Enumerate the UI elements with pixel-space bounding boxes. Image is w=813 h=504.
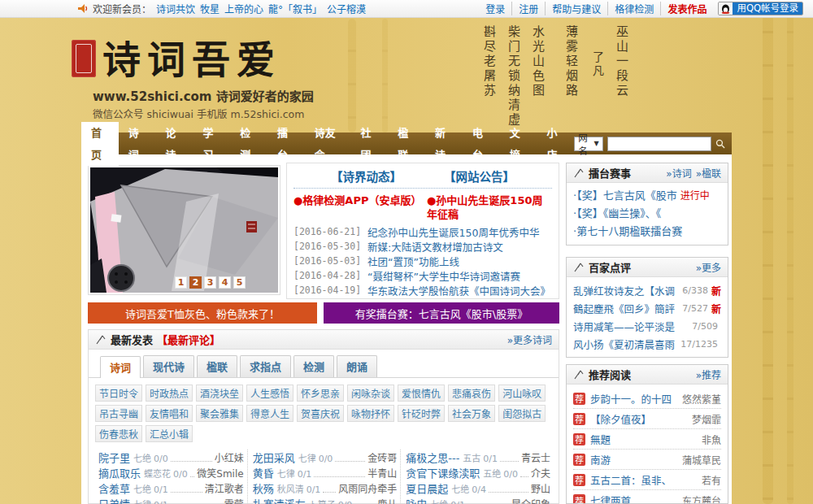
nav-item-digest[interactable]: 文摘 xyxy=(500,122,537,166)
site-logo[interactable]: 诗词吾爱 xyxy=(102,28,281,85)
nav-item-radio[interactable]: 电台 xyxy=(463,122,500,166)
category-tag[interactable]: 节日时令 xyxy=(95,385,142,402)
new-member-link[interactable]: 龍°「叙书」 xyxy=(268,2,322,15)
featured-announcement-link[interactable]: ●孙中山先生诞辰150周年征稿 xyxy=(427,193,552,221)
recommend-author-link[interactable]: 悠然紫堇 xyxy=(682,392,721,406)
news-title-link[interactable]: 华东政法大学殷怡航获《中国诗词大会》 xyxy=(367,283,550,298)
category-tag[interactable]: 爱恨情仇 xyxy=(398,385,445,402)
nav-item-clubs[interactable]: 社团 xyxy=(350,122,388,166)
poem-author-link[interactable]: 介夫 xyxy=(531,466,550,480)
recommend-author-link[interactable]: 若有 xyxy=(702,473,721,487)
category-tag[interactable]: 怀乡思亲 xyxy=(297,385,344,402)
poem-title-link[interactable]: 院子里 xyxy=(98,450,130,465)
metre-check-link[interactable]: 格律检测 xyxy=(608,2,661,15)
news-title-link[interactable]: 社团“置顶”功能上线 xyxy=(367,254,459,268)
poem-title-link[interactable]: 秋殇 xyxy=(253,480,274,496)
tab-poetry[interactable]: 诗词 xyxy=(100,356,141,378)
category-tag[interactable]: 闲咏杂谈 xyxy=(347,385,394,402)
category-tag[interactable]: 时政热点 xyxy=(146,385,193,402)
nav-item-discuss[interactable]: 论诗 xyxy=(156,122,193,166)
featured-announcement-link[interactable]: ●格律检测APP（安卓版） xyxy=(293,193,419,221)
poem-title-link[interactable]: 兄弟情 xyxy=(98,496,130,504)
category-tag[interactable]: 伤春悲秋 xyxy=(95,425,142,442)
carousel-page-button[interactable]: 4 xyxy=(219,276,231,289)
category-tag[interactable]: 吊古寻幽 xyxy=(95,405,142,422)
search-icon[interactable] xyxy=(715,137,725,150)
tshirt-promo-banner[interactable]: 诗词吾爱T恤灰色、粉色款来了！ xyxy=(88,302,317,324)
review-title-link[interactable]: 诗用减笔——论平淡是 xyxy=(573,319,689,334)
tab-recite[interactable]: 朗诵 xyxy=(337,355,377,377)
poem-title-link[interactable]: 贪官下课缘渎职 xyxy=(406,465,480,480)
nav-item-check[interactable]: 检测 xyxy=(230,122,267,166)
login-link[interactable]: 登录 xyxy=(479,2,512,15)
register-link[interactable]: 注册 xyxy=(512,2,546,15)
poem-author-link[interactable]: 鹿儿 xyxy=(377,497,397,504)
poem-author-link[interactable]: 金砖哥 xyxy=(367,450,397,464)
poem-title-link[interactable]: 龙田采风 xyxy=(253,450,295,465)
recommend-author-link[interactable]: 蒲城草民 xyxy=(682,453,721,467)
poem-title-link[interactable]: 痛极之思--- xyxy=(406,450,459,465)
nav-item-newpoetry[interactable]: 新诗 xyxy=(425,122,463,166)
promo-carousel[interactable]: 1 2 3 4 5 xyxy=(88,165,280,295)
category-tag[interactable]: 社会万象 xyxy=(448,405,495,422)
poem-author-link[interactable]: 清江歌者 xyxy=(205,481,244,495)
category-tag[interactable]: 闺怨拟古 xyxy=(498,405,546,422)
poem-title-link[interactable]: 咏史 xyxy=(406,496,427,504)
news-title-link[interactable]: “聂绀弩杯”大学生中华诗词邀请赛 xyxy=(367,268,520,283)
carousel-page-button-active[interactable]: 2 xyxy=(189,276,202,289)
poem-title-link[interactable]: 摘瓜取乐 xyxy=(98,465,141,480)
search-input[interactable] xyxy=(607,137,711,151)
nav-item-home[interactable]: 首页 xyxy=(81,122,119,166)
poem-title-link[interactable]: 扎寨清溪左 xyxy=(253,496,306,504)
recommend-title-link[interactable]: 無題 xyxy=(590,432,697,447)
new-member-link[interactable]: 公子榕漠 xyxy=(327,2,366,15)
poem-author-link[interactable]: 野山 xyxy=(531,481,550,495)
recommend-title-link[interactable]: 南游 xyxy=(590,452,677,467)
recommend-author-link[interactable]: 非魚 xyxy=(702,432,721,446)
recommend-title-link[interactable]: 五古二首：虽非、 xyxy=(590,472,697,488)
arena-poetry-link[interactable]: »诗词 xyxy=(666,166,691,180)
nav-item-learn[interactable]: 学习 xyxy=(193,122,230,166)
poem-author-link[interactable]: 小红妹 xyxy=(215,450,244,464)
nav-item-arena[interactable]: 擂台 xyxy=(267,122,305,166)
tab-seek-advice[interactable]: 求指点 xyxy=(240,355,291,377)
recommend-title-link[interactable]: 步韵十一。的十四 xyxy=(590,391,677,406)
poem-author-link[interactable]: 雪莹 xyxy=(224,497,244,504)
nav-item-poetry[interactable]: 诗词 xyxy=(119,122,156,166)
tab-couplets[interactable]: 楹联 xyxy=(197,355,237,377)
carousel-page-button[interactable]: 3 xyxy=(204,276,216,289)
category-tag[interactable]: 友情唱和 xyxy=(146,405,193,422)
new-member-link[interactable]: 诗词共饮 xyxy=(156,2,195,15)
tab-check[interactable]: 检测 xyxy=(293,355,334,377)
nav-item-couplets[interactable]: 楹联 xyxy=(388,122,425,166)
category-tag[interactable]: 汇总小辑 xyxy=(146,425,193,442)
news-title-link[interactable]: 纪念孙中山先生诞辰150周年优秀中华 xyxy=(367,224,539,239)
poem-author-link[interactable]: 微笑Smile xyxy=(197,466,243,480)
carousel-page-button[interactable]: 5 xyxy=(233,276,246,289)
recommend-more-link[interactable]: »推荐 xyxy=(696,367,721,381)
poem-title-link[interactable]: 黄昏 xyxy=(253,465,274,480)
publish-work-link[interactable]: 发表作品 xyxy=(661,2,713,15)
reviews-more-link[interactable]: »更多 xyxy=(696,260,721,274)
category-tag[interactable]: 贺喜庆祝 xyxy=(297,405,344,422)
tab-modern-poetry[interactable]: 现代诗 xyxy=(143,355,194,377)
poem-author-link[interactable]: 半青山 xyxy=(367,466,397,480)
search-scope-select[interactable]: 网名 ▼ xyxy=(574,137,602,151)
category-tag[interactable]: 人生感悟 xyxy=(246,385,293,402)
latest-comments-link[interactable]: 【最新评论】 xyxy=(157,332,220,347)
qq-login-button[interactable]: 用QQ帐号登录 xyxy=(718,2,803,15)
recommend-author-link[interactable]: 东方麓台 xyxy=(682,493,721,504)
poem-author-link[interactable]: 青云士 xyxy=(521,450,550,464)
contest-promo-banner[interactable]: 有奖擂台赛：七言古风《股市\股票》 xyxy=(324,302,559,324)
news-title-link[interactable]: 新媒:大陆语文教材增加古诗文 xyxy=(367,239,503,254)
review-title-link[interactable]: 鶴起塵飛《回乡》簡評 xyxy=(573,301,679,316)
poem-title-link[interactable]: 夏日晨起 xyxy=(406,480,448,496)
category-tag[interactable]: 针砭时弊 xyxy=(398,405,445,422)
arena-couplet-link[interactable]: »楹联 xyxy=(696,166,721,180)
category-tag[interactable]: 悲痛哀伤 xyxy=(448,385,495,402)
review-title-link[interactable]: 乱弹红妆诗友之【水调 xyxy=(573,283,679,298)
category-tag[interactable]: 河山咏叹 xyxy=(498,385,546,402)
arena-item[interactable]: ·【奖】七言古风《股市进行中 xyxy=(573,187,721,205)
category-tag[interactable]: 咏物抒怀 xyxy=(347,405,394,422)
category-tag[interactable]: 得意人生 xyxy=(246,405,293,422)
